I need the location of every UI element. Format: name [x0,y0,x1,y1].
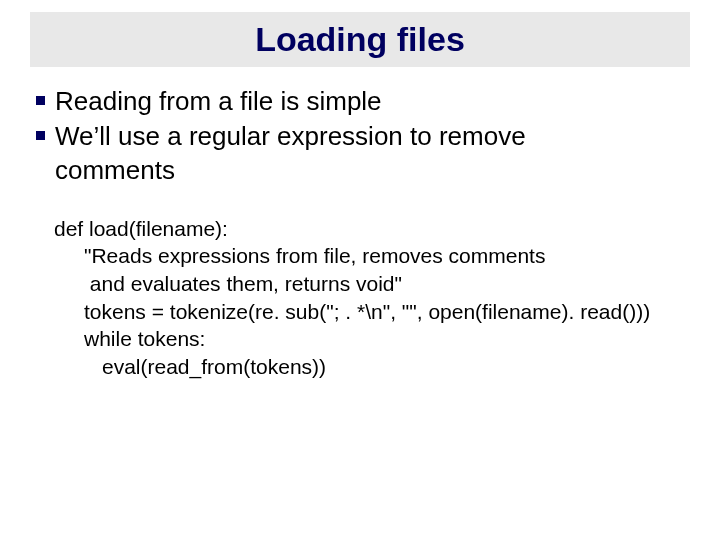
bullet-item: Reading from a file is simple [36,85,690,118]
code-block: def load(filename): "Reads expressions f… [54,215,690,381]
code-line: while tokens: [54,325,690,353]
bullet-text-continuation: comments [55,154,690,187]
bullet-list: Reading from a file is simple We’ll use … [36,85,690,187]
bullet-item: We’ll use a regular expression to remove [36,120,690,153]
code-line: eval(read_from(tokens)) [54,353,690,381]
bullet-icon [36,131,45,140]
bullet-icon [36,96,45,105]
bullet-text: We’ll use a regular expression to remove [55,120,526,153]
title-bar: Loading files [30,12,690,67]
code-line: and evaluates them, returns void" [54,270,690,298]
slide-title: Loading files [30,20,690,59]
code-line: tokens = tokenize(re. sub("; . *\n", "",… [54,298,690,326]
bullet-text: Reading from a file is simple [55,85,382,118]
code-line: "Reads expressions from file, removes co… [54,242,690,270]
slide: Loading files Reading from a file is sim… [0,12,720,540]
code-line: def load(filename): [54,215,690,243]
